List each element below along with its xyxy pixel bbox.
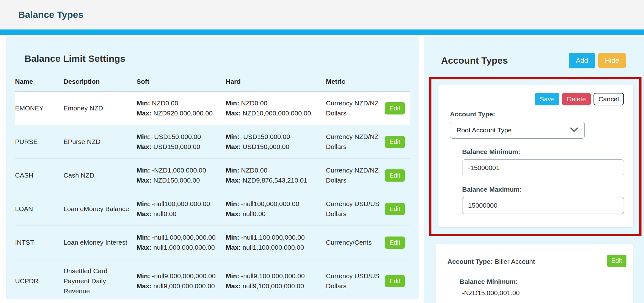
metric-cell: Currency USD/US Dollars (326, 192, 385, 226)
soft-min-value: -null9,000,000,000.00 (152, 272, 215, 279)
account-type-value: Biller Account (495, 258, 535, 265)
soft-min-value: -null1,000,000,000.00 (152, 234, 215, 241)
edit-button[interactable]: Edit (385, 136, 404, 148)
page-title: Balance Types (18, 9, 83, 20)
add-button[interactable]: Add (569, 53, 595, 68)
balance-maximum-input[interactable] (462, 197, 624, 214)
editor-fields: Balance Minimum: Balance Maximum: (462, 148, 624, 214)
account-type-selected-value: Root Account Type (457, 126, 570, 134)
hard-max-value: NZD9,876,543,210.01 (242, 177, 307, 184)
balance-minimum-input[interactable] (462, 159, 624, 176)
balance-type-description: Loan eMoney Balance (64, 192, 137, 226)
edit-button[interactable]: Edit (385, 102, 404, 114)
table-row: PURSE EPurse NZD Min: -USD150,000.00 Max… (15, 125, 410, 159)
soft-max-value: USD150,000.00 (153, 143, 200, 150)
account-type-card-header: Account Type:Biller Account Edit (447, 255, 626, 268)
col-header-metric: Metric (326, 73, 385, 91)
table-header-row: Name Description Soft Hard Metric (15, 73, 410, 91)
actions-cell: Edit (385, 91, 410, 125)
hard-max-value: null0.00 (242, 210, 266, 217)
account-type-select[interactable]: Root Account Type (450, 122, 585, 139)
hard-max-value: null9,100,000,000.00 (242, 282, 304, 290)
max-label: Max: (226, 109, 241, 117)
hard-limits-cell: Min: -null1,100,000,000.00 Max: null1,10… (226, 226, 326, 259)
soft-limits-cell: Min: -USD150,000.00 Max: USD150,000.00 (136, 125, 225, 159)
table-row: LOAN Loan eMoney Balance Min: -null100,0… (15, 192, 410, 226)
editor-actions: Save Delete Cancel (450, 93, 624, 105)
col-header-hard: Hard (226, 73, 326, 91)
soft-limits-cell: Min: -null100,000,000.00 Max: null0.00 (136, 192, 225, 226)
delete-button[interactable]: Delete (562, 93, 591, 105)
min-label: Min: (136, 133, 150, 140)
hard-min-value: NZD0.00 (241, 167, 267, 174)
soft-min-value: -null100,000,000.00 (152, 200, 210, 207)
chevron-down-icon (570, 126, 578, 134)
main-content: Balance Limit Settings Name Description … (0, 35, 644, 303)
edit-button[interactable]: Edit (385, 203, 404, 215)
actions-cell: Edit (385, 125, 410, 159)
actions-cell: Edit (385, 192, 410, 226)
account-type-card: Account Type:Biller Account Edit Balance… (435, 244, 633, 303)
save-button[interactable]: Save (535, 93, 559, 105)
account-types-header: Account Types Add Hide (441, 53, 626, 68)
edit-button[interactable]: Edit (607, 255, 626, 267)
edit-button[interactable]: Edit (385, 237, 404, 249)
metric-cell: Currency NZD/NZ Dollars (326, 125, 385, 159)
hide-button[interactable]: Hide (598, 53, 626, 68)
min-label: Min: (226, 99, 239, 107)
hard-min-value: -null100,000,000.00 (241, 200, 299, 207)
hard-min-value: -null9,100,000,000.00 (241, 272, 305, 279)
hard-max-value: USD150,000.00 (242, 143, 289, 150)
actions-cell: Edit (385, 159, 410, 192)
max-label: Max: (136, 282, 151, 290)
balance-type-name: LOAN (15, 192, 64, 226)
soft-limits-cell: Min: -NZD1,000,000.00 Max: NZD150,000.00 (136, 159, 225, 192)
balance-minimum-label: Balance Minimum: (462, 148, 624, 156)
min-label: Min: (226, 272, 239, 279)
min-label: Min: (136, 167, 150, 174)
account-type-editor-card: Save Delete Cancel Account Type: Root Ac… (438, 85, 633, 227)
balance-limit-settings-title: Balance Limit Settings (24, 53, 410, 64)
soft-limits-cell: Min: -null1,000,000,000.00 Max: null1,00… (136, 226, 225, 259)
red-annotation-box: Save Delete Cancel Account Type: Root Ac… (429, 77, 641, 236)
cancel-button[interactable]: Cancel (594, 93, 624, 105)
soft-limits-cell: Min: -null9,000,000,000.00 Max: null9,00… (136, 259, 225, 299)
edit-button[interactable]: Edit (385, 169, 404, 182)
balance-type-description: EPurse NZD (64, 125, 137, 159)
metric-cell: Currency NZD/NZ Dollars (326, 159, 385, 192)
hard-min-value: -null1,100,000,000.00 (241, 234, 305, 241)
table-row: UCPDR Unsettled Card Payment Daily Reven… (15, 259, 410, 299)
hard-limits-cell: Min: -USD150,000.00 Max: USD150,000.00 (226, 125, 326, 159)
balance-type-description: Emoney NZD (64, 91, 137, 125)
min-label: Min: (136, 99, 150, 107)
max-label: Max: (136, 109, 151, 117)
hard-min-value: NZD0.00 (241, 99, 267, 107)
table-row: EMONEY Emoney NZD Min: NZD0.00 Max: NZD9… (15, 91, 410, 125)
right-column: Account Types Add Hide Save Delete Cance… (424, 37, 644, 303)
balance-type-name: EMONEY (15, 91, 64, 125)
soft-max-value: null0.00 (153, 210, 177, 217)
max-label: Max: (136, 210, 151, 217)
actions-cell: Edit (385, 226, 410, 259)
account-type-label: Account Type: (450, 110, 624, 118)
metric-cell: Currency NZD/NZ Dollars (326, 91, 385, 125)
hard-limits-cell: Min: NZD0.00 Max: NZD9,876,543,210.01 (226, 159, 326, 192)
account-type-line: Account Type:Biller Account (447, 255, 607, 268)
max-label: Max: (226, 244, 241, 251)
balance-limits-table: Name Description Soft Hard Metric EMONEY… (15, 73, 410, 299)
balance-type-name: UCPDR (15, 259, 64, 299)
soft-max-value: null9,000,000,000.00 (153, 282, 215, 290)
balance-maximum-label: Balance Maximum: (462, 186, 624, 193)
edit-button[interactable]: Edit (385, 275, 404, 287)
min-label: Min: (226, 200, 239, 207)
balance-type-description: Unsettled Card Payment Daily Revenue (64, 259, 137, 299)
max-label: Max: (226, 282, 241, 290)
min-label: Min: (136, 234, 150, 241)
min-label: Min: (136, 272, 150, 279)
actions-cell: Edit (385, 259, 410, 299)
col-header-soft: Soft (136, 73, 225, 91)
max-label: Max: (136, 244, 151, 251)
hard-max-value: NZD10,000,000,000.00 (242, 109, 311, 117)
balance-limit-settings-panel: Balance Limit Settings Name Description … (6, 37, 419, 299)
soft-min-value: -NZD1,000,000.00 (152, 167, 206, 174)
